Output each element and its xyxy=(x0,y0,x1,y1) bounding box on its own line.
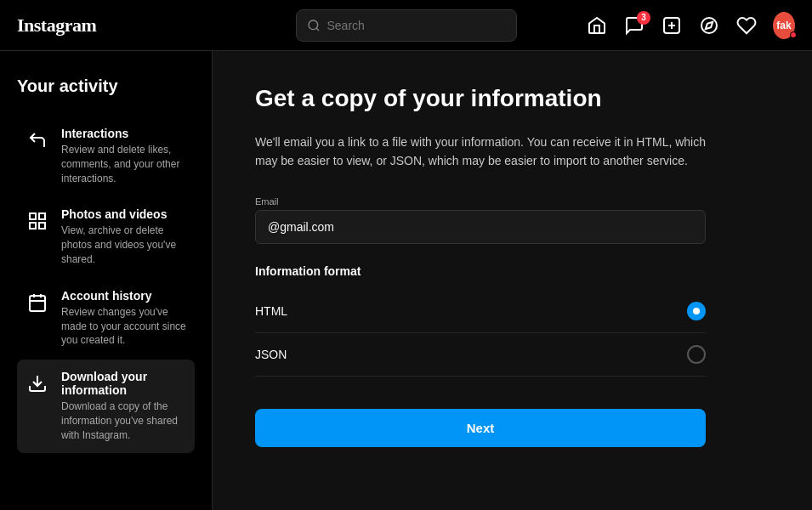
page-title: Get a copy of your information xyxy=(255,85,769,112)
account-history-icon xyxy=(26,291,49,314)
svg-rect-9 xyxy=(30,223,36,229)
svg-point-5 xyxy=(701,18,717,33)
add-nav-button[interactable] xyxy=(661,14,683,37)
sidebar-item-interactions-label: Interactions xyxy=(61,127,186,140)
format-section: Information format HTML JSON xyxy=(255,264,706,377)
svg-point-0 xyxy=(309,20,318,30)
sidebar-item-photos-label: Photos and videos xyxy=(61,207,186,221)
download-icon xyxy=(26,371,49,395)
radio-label-html: HTML xyxy=(255,304,287,318)
main-layout: Your activity Interactions Review and de… xyxy=(0,51,812,510)
sidebar-item-interactions[interactable]: Interactions Review and delete likes, co… xyxy=(17,116,195,196)
svg-marker-6 xyxy=(706,21,713,28)
svg-rect-7 xyxy=(30,213,36,219)
notifications-badge: 3 xyxy=(637,11,650,25)
next-button[interactable]: Next xyxy=(255,409,706,447)
heart-nav-button[interactable] xyxy=(735,14,758,37)
content-area: Get a copy of your information We'll ema… xyxy=(213,51,812,510)
email-label: Email xyxy=(255,196,769,207)
sidebar-item-download-desc: Download a copy of the information you'v… xyxy=(61,400,186,442)
email-form-group: Email xyxy=(255,196,769,244)
search-box[interactable] xyxy=(296,9,517,42)
radio-circle-json xyxy=(687,345,706,364)
profile-avatar-button[interactable]: fak xyxy=(773,14,795,37)
search-container xyxy=(296,9,517,42)
photos-videos-icon xyxy=(26,209,49,233)
sidebar-item-account-history[interactable]: Account history Review changes you've ma… xyxy=(17,279,195,358)
top-navigation: Instagram 3 xyxy=(0,0,812,51)
interactions-icon xyxy=(26,128,49,152)
sidebar-title: Your activity xyxy=(17,76,195,96)
radio-label-json: JSON xyxy=(255,348,287,361)
radio-circle-html xyxy=(687,302,706,320)
messages-nav-button[interactable]: 3 xyxy=(623,14,645,37)
search-icon xyxy=(307,19,321,32)
sidebar-item-photos-desc: View, archive or delete photos and video… xyxy=(61,224,186,266)
nav-icons: 3 fak xyxy=(586,14,795,37)
sidebar-item-photos-videos[interactable]: Photos and videos View, archive or delet… xyxy=(17,197,195,276)
svg-rect-8 xyxy=(39,213,45,219)
sidebar-item-interactions-desc: Review and delete likes, comments, and y… xyxy=(61,143,186,185)
email-input-wrapper[interactable] xyxy=(255,210,706,244)
svg-rect-10 xyxy=(39,223,45,229)
sidebar-item-download[interactable]: Download your information Download a cop… xyxy=(17,360,195,452)
svg-rect-11 xyxy=(30,296,45,311)
format-title: Information format xyxy=(255,264,706,278)
avatar-notification-dot xyxy=(790,31,797,38)
email-field[interactable] xyxy=(268,220,693,234)
content-description: We'll email you a link to a file with yo… xyxy=(255,133,714,171)
sidebar: Your activity Interactions Review and de… xyxy=(0,51,213,510)
explore-nav-button[interactable] xyxy=(698,14,720,37)
app-logo: Instagram xyxy=(17,14,96,37)
radio-option-html[interactable]: HTML xyxy=(255,290,706,333)
sidebar-item-account-label: Account history xyxy=(61,289,186,303)
radio-option-json[interactable]: JSON xyxy=(255,333,706,377)
search-input[interactable] xyxy=(327,19,506,32)
sidebar-item-account-desc: Review changes you've made to your accou… xyxy=(61,305,186,348)
sidebar-item-download-label: Download your information xyxy=(61,370,186,397)
svg-line-1 xyxy=(316,28,319,31)
home-nav-button[interactable] xyxy=(586,14,608,37)
